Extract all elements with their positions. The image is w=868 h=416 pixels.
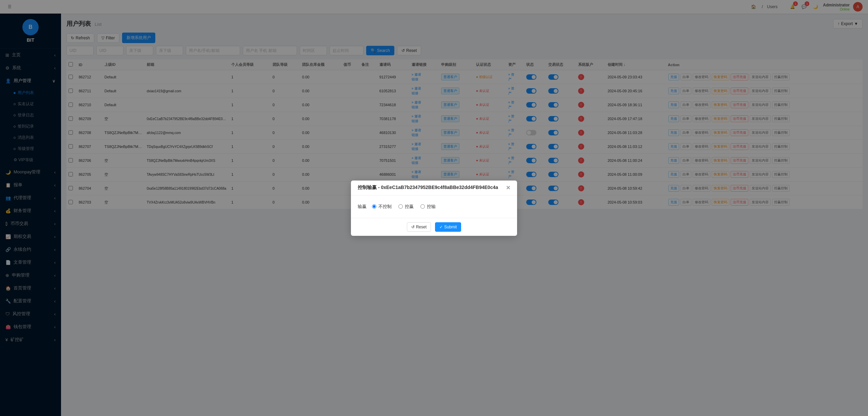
modal-form-row: 输赢 不控制 控赢 控输 [358, 204, 510, 210]
modal-label: 输赢 [358, 204, 367, 210]
radio-control-lose-label: 控输 [427, 204, 436, 210]
modal-submit-icon: ✓ [439, 225, 443, 229]
modal-dialog: 控制输赢 - 0xEeC1aB7b2347952BE9c4f8aBBe32dd4… [351, 181, 517, 236]
modal-reset-icon: ↺ [411, 225, 415, 229]
modal-reset-button[interactable]: ↺ Reset [407, 222, 431, 232]
modal-header: 控制输赢 - 0xEeC1aB7b2347952BE9c4f8aBBe32dd4… [351, 181, 517, 195]
radio-control-win-input[interactable] [398, 204, 403, 209]
modal-submit-button[interactable]: ✓ Submit [435, 222, 461, 232]
modal-footer: ↺ Reset ✓ Submit [351, 218, 517, 236]
radio-control-win-label: 控赢 [405, 204, 414, 210]
modal-overlay[interactable]: 控制输赢 - 0xEeC1aB7b2347952BE9c4f8aBBe32dd4… [0, 0, 868, 416]
radio-control-lose[interactable]: 控输 [420, 204, 436, 210]
radio-no-control-input[interactable] [372, 204, 376, 209]
modal-title: 控制输赢 - 0xEeC1aB7b2347952BE9c4f8aBBe32dd4… [358, 185, 498, 191]
modal-body: 输赢 不控制 控赢 控输 [351, 195, 517, 218]
radio-group: 不控制 控赢 控输 [372, 204, 436, 210]
modal-close-button[interactable]: ✕ [506, 185, 510, 191]
radio-no-control-label: 不控制 [378, 204, 392, 210]
radio-control-lose-input[interactable] [420, 204, 425, 209]
radio-control-win[interactable]: 控赢 [398, 204, 414, 210]
radio-no-control[interactable]: 不控制 [372, 204, 392, 210]
